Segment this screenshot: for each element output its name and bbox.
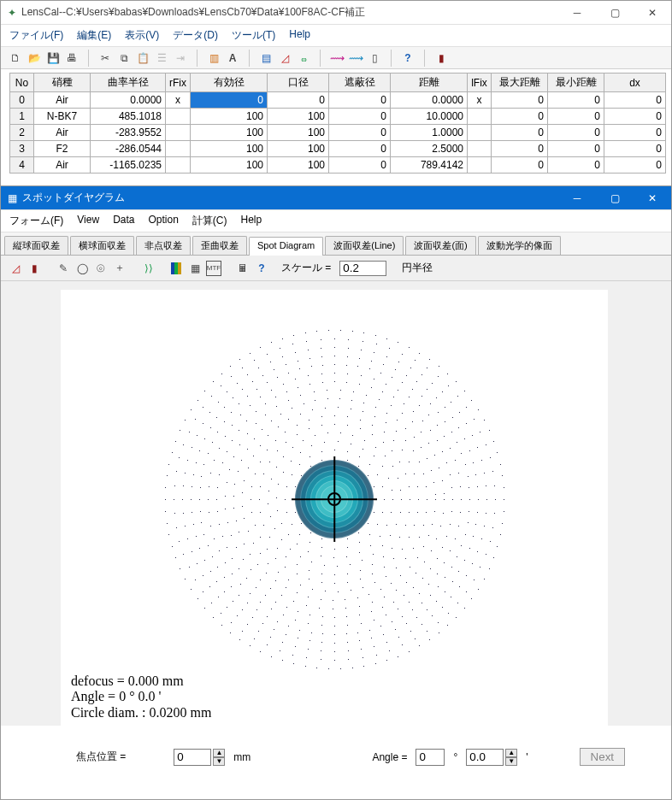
next-button[interactable]: Next <box>580 748 625 766</box>
tool-cross-icon[interactable]: ＋ <box>112 261 127 276</box>
menu-view[interactable]: 表示(V) <box>125 28 159 43</box>
cell[interactable] <box>468 141 492 157</box>
cell[interactable]: 0 <box>329 157 391 174</box>
col-header[interactable]: rFix <box>166 74 191 92</box>
cell[interactable] <box>468 157 492 174</box>
tool-grid-icon[interactable]: ▦ <box>187 261 203 276</box>
scale-input[interactable] <box>339 261 386 276</box>
cell[interactable]: 0 <box>492 109 548 125</box>
cell[interactable]: 0 <box>492 125 548 141</box>
indent-icon[interactable]: ⇥ <box>173 50 188 66</box>
angle-min-spinner[interactable]: ▲▼ <box>466 749 517 766</box>
cell[interactable]: 100 <box>268 125 329 141</box>
cell[interactable]: 100 <box>268 157 329 174</box>
graph2-icon[interactable]: ⟿ <box>348 50 363 66</box>
cell[interactable]: 0 <box>548 92 604 109</box>
cell[interactable]: 0 <box>604 92 666 109</box>
new-icon[interactable]: 🗋 <box>8 50 23 66</box>
chart3-icon[interactable]: ⏛ <box>296 50 311 66</box>
graph1-icon[interactable]: ⟿ <box>329 50 345 66</box>
tab-2[interactable]: 非点収差 <box>136 236 191 255</box>
cell[interactable]: 2 <box>10 125 34 141</box>
angle-min-input[interactable] <box>466 749 504 766</box>
tool-palette-icon[interactable] <box>168 261 184 276</box>
spot-close-button[interactable]: ✕ <box>634 186 671 210</box>
save-icon[interactable]: 💾 <box>45 50 61 66</box>
cell[interactable]: 0 <box>329 109 391 125</box>
col-header[interactable]: 距離 <box>391 74 468 92</box>
tab-0[interactable]: 縦球面収差 <box>4 236 68 255</box>
col-header[interactable]: No <box>10 74 34 92</box>
cell[interactable]: 4 <box>10 157 34 174</box>
cell[interactable]: 0.0000 <box>91 92 166 109</box>
cell[interactable]: 485.1018 <box>91 109 166 125</box>
cut-icon[interactable]: ✂ <box>97 50 113 66</box>
cell[interactable]: 0 <box>329 141 391 157</box>
cell[interactable]: 0 <box>191 92 268 109</box>
tool-play-icon[interactable]: ⟩⟩ <box>141 261 156 276</box>
cell[interactable] <box>166 157 191 174</box>
cell[interactable]: 100 <box>191 157 268 174</box>
minimize-button[interactable]: ─ <box>558 1 596 25</box>
tab-1[interactable]: 横球面収差 <box>70 236 134 255</box>
cell[interactable]: 0 <box>492 157 548 174</box>
col-header[interactable]: 最大距離 <box>492 74 548 92</box>
cell[interactable]: 100 <box>191 125 268 141</box>
cell[interactable]: F2 <box>34 141 91 157</box>
cell[interactable]: -283.9552 <box>91 125 166 141</box>
cell[interactable]: 10.0000 <box>391 109 468 125</box>
col-header[interactable]: 口径 <box>268 74 329 92</box>
chart2-icon[interactable]: ◿ <box>277 50 292 66</box>
menu-edit[interactable]: 編集(E) <box>77 28 111 43</box>
maximize-button[interactable]: ▢ <box>596 1 634 25</box>
cell[interactable]: 0 <box>604 109 666 125</box>
table-row[interactable]: 4Air-1165.02351001000789.4142000 <box>10 157 666 174</box>
tool-mark-a-icon[interactable]: ◿ <box>8 261 23 276</box>
tab-6[interactable]: 波面収差(面) <box>405 236 475 255</box>
spot-maximize-button[interactable]: ▢ <box>596 186 634 210</box>
cell[interactable]: 0 <box>268 92 329 109</box>
help-icon[interactable]: ? <box>400 50 416 66</box>
spot-menu-option[interactable]: Option <box>148 214 178 228</box>
focus-up-icon[interactable]: ▲ <box>213 749 225 757</box>
spot-menu-calc[interactable]: 計算(C) <box>192 214 227 228</box>
cell[interactable]: Air <box>34 157 91 174</box>
spot-menu-form[interactable]: フォーム(F) <box>9 214 63 228</box>
cell[interactable]: N-BK7 <box>34 109 91 125</box>
tab-3[interactable]: 歪曲収差 <box>192 236 247 255</box>
col-header[interactable]: 遮蔽径 <box>329 74 391 92</box>
cell[interactable] <box>468 125 492 141</box>
chart1-icon[interactable]: ▤ <box>258 50 274 66</box>
cell[interactable]: 0 <box>604 157 666 174</box>
cell[interactable]: 0 <box>329 125 391 141</box>
spot-titlebar[interactable]: ▦ スポットダイヤグラム ─ ▢ ✕ <box>1 186 671 210</box>
cell[interactable]: 0 <box>492 92 548 109</box>
spot-menu-view[interactable]: View <box>77 214 99 228</box>
col-header[interactable]: dx <box>604 74 666 92</box>
tool-calc2-icon[interactable]: 🖩 <box>235 261 251 276</box>
copy-icon[interactable]: ⧉ <box>116 50 132 66</box>
table-row[interactable]: 1N-BK7485.1018100100010.0000000 <box>10 109 666 125</box>
cell[interactable]: Air <box>34 92 91 109</box>
cell[interactable]: 0 <box>604 141 666 157</box>
calc-icon[interactable]: ▮ <box>433 50 449 66</box>
cell[interactable]: 0 <box>10 92 34 109</box>
menu-data[interactable]: データ(D) <box>173 28 218 43</box>
cell[interactable]: -1165.0235 <box>91 157 166 174</box>
cell[interactable] <box>166 109 191 125</box>
cell[interactable]: 0 <box>548 125 604 141</box>
cell[interactable]: 1 <box>10 109 34 125</box>
font-icon[interactable]: A <box>225 50 240 66</box>
tab-4[interactable]: Spot Diagram <box>249 237 323 256</box>
list-icon[interactable]: ▯ <box>367 50 382 66</box>
align-icon[interactable]: ☰ <box>154 50 169 66</box>
lens-table[interactable]: No硝種曲率半径rFix有効径口径遮蔽径距離lFix最大距離最小距離dx 0Ai… <box>9 73 666 174</box>
spot-menu-data[interactable]: Data <box>113 214 134 228</box>
tool-mark-b-icon[interactable]: ▮ <box>27 261 42 276</box>
cell[interactable] <box>468 109 492 125</box>
cell[interactable] <box>166 125 191 141</box>
table-row[interactable]: 2Air-283.955210010001.0000000 <box>10 125 666 141</box>
cell[interactable]: 0 <box>329 92 391 109</box>
print-icon[interactable]: 🖶 <box>64 50 80 66</box>
note-icon[interactable]: ▥ <box>206 50 221 66</box>
